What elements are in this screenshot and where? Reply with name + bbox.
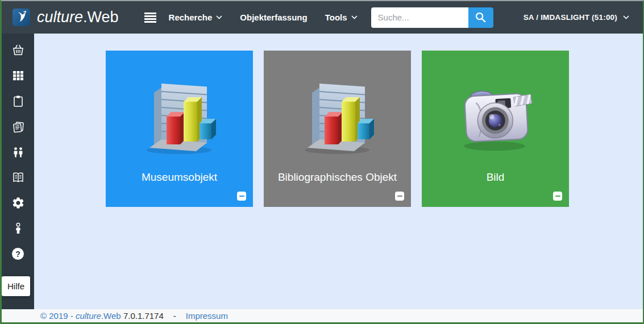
brand[interactable]: culture.Web (13, 9, 119, 26)
users-icon (11, 146, 25, 159)
sidebar-item-clipboard[interactable] (2, 89, 34, 114)
help-icon: ? (12, 248, 24, 260)
nav-item-tools[interactable]: Tools (325, 7, 358, 28)
bar-chart-icon (295, 74, 380, 159)
main-area: Museumsobjekt (34, 34, 643, 309)
brand-logo-icon (13, 9, 30, 26)
main-nav: Recherche Objekterfassung Tools (169, 7, 358, 28)
footer-version: 7.0.1.7174 (123, 311, 164, 321)
help-tooltip: Hilfe (2, 276, 30, 296)
sidebar: ? (2, 34, 34, 309)
basket-icon (11, 43, 25, 57)
user-label: SA / IMDASLIGHT (51:00) (523, 13, 617, 22)
user-menu[interactable]: SA / IMDASLIGHT (51:00) (523, 13, 629, 22)
grid-icon (11, 69, 25, 82)
chevron-down-icon (216, 15, 222, 19)
minimize-icon[interactable] (237, 192, 246, 201)
sidebar-item-modules[interactable] (2, 63, 34, 89)
top-navbar: culture.Web Recherche Objekterfassung To… (2, 1, 643, 34)
minimize-icon[interactable] (395, 192, 404, 201)
sidebar-item-person[interactable] (2, 216, 34, 242)
gear-icon (11, 196, 25, 210)
bar-chart-icon (137, 74, 222, 159)
book-icon (11, 171, 25, 184)
sidebar-item-help[interactable]: ? (2, 241, 34, 267)
person-icon (11, 222, 25, 235)
impressum-link[interactable]: Impressum (186, 311, 228, 321)
sidebar-item-users[interactable] (2, 139, 34, 165)
clipboard-icon (11, 94, 25, 108)
brand-title: culture.Web (37, 9, 119, 26)
hamburger-menu-icon[interactable] (142, 10, 159, 25)
card-label: Bibliographisches Objekt (278, 171, 397, 184)
footer-separator: - (173, 311, 176, 321)
sidebar-item-settings[interactable] (2, 190, 34, 216)
search-icon (475, 11, 487, 23)
sidebar-item-documents[interactable] (2, 114, 34, 139)
minimize-icon[interactable] (553, 192, 562, 201)
card-label: Bild (487, 171, 505, 184)
chevron-down-icon (351, 15, 358, 19)
nav-item-label: Objekterfassung (240, 13, 307, 22)
sidebar-item-basket[interactable] (2, 38, 34, 63)
chevron-down-icon (623, 15, 629, 19)
footer: © 2019 - culture.Web 7.0.1.7174 - Impres… (2, 309, 643, 322)
footer-copyright: © 2019 - culture.Web 7.0.1.7174 (40, 311, 164, 321)
card-label: Museumsobjekt (142, 171, 217, 184)
card-museumsobjekt[interactable]: Museumsobjekt (106, 51, 253, 207)
nav-item-label: Recherche (169, 13, 213, 22)
documents-icon (11, 120, 25, 134)
sidebar-item-book[interactable] (2, 165, 34, 190)
nav-item-objekterfassung[interactable]: Objekterfassung (240, 7, 307, 28)
card-bild[interactable]: Bild (422, 51, 569, 207)
search-button[interactable] (468, 7, 493, 28)
nav-item-label: Tools (325, 13, 347, 22)
card-bibliographisches-objekt[interactable]: Bibliographisches Objekt (264, 51, 411, 207)
camera-icon (453, 74, 538, 159)
nav-item-recherche[interactable]: Recherche (169, 7, 223, 28)
search-bar (371, 7, 493, 28)
search-input[interactable] (371, 7, 468, 28)
app-window: culture.Web Recherche Objekterfassung To… (0, 0, 644, 324)
